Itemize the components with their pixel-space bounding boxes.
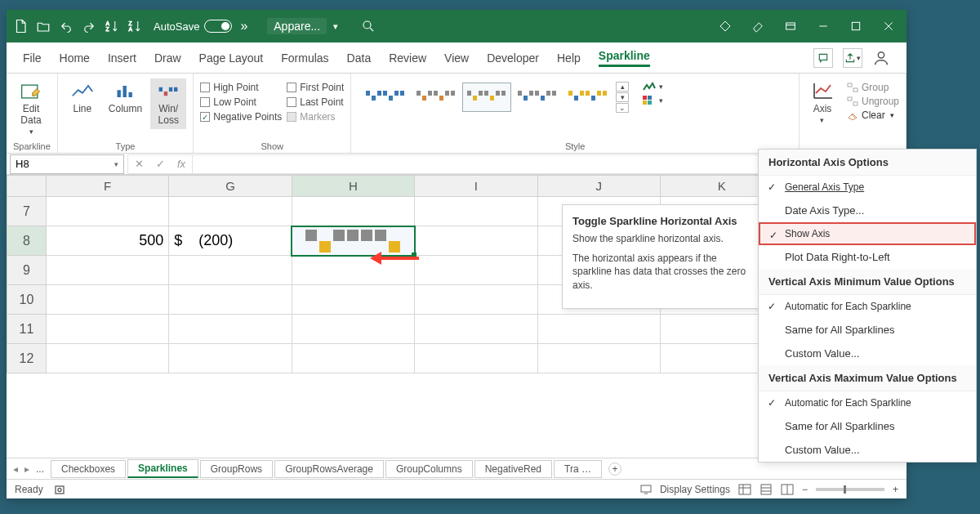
qat-more-icon[interactable]: » — [240, 19, 247, 34]
page-layout-view-icon[interactable] — [760, 484, 773, 495]
search-icon[interactable] — [361, 19, 376, 34]
column-type-button[interactable]: Column — [105, 78, 145, 118]
filename[interactable]: Appare... — [267, 18, 327, 34]
sheet-tab[interactable]: GroupRows — [200, 460, 273, 478]
first-point-checkbox[interactable]: First Point — [287, 82, 344, 93]
new-file-icon[interactable] — [13, 19, 28, 34]
sheet-tab[interactable]: GroupRowsAverage — [274, 460, 384, 478]
row-header-10[interactable]: 10 — [7, 285, 47, 315]
new-sheet-icon[interactable]: + — [608, 463, 621, 476]
show-axis-item[interactable]: Show Axis — [759, 222, 976, 245]
eraser-icon[interactable] — [751, 20, 764, 33]
display-settings-label[interactable]: Display Settings — [660, 484, 730, 495]
name-box[interactable]: H8▾ — [10, 154, 124, 174]
tab-help[interactable]: Help — [557, 51, 581, 65]
col-header-g[interactable]: G — [169, 176, 292, 197]
axis-button[interactable]: Axis▾ — [806, 78, 839, 127]
winloss-sparkline — [297, 226, 409, 255]
sort-asc-icon[interactable]: AZ — [105, 19, 119, 34]
max-auto-item[interactable]: Automatic for Each Sparkline — [759, 391, 976, 414]
svg-rect-56 — [853, 88, 858, 92]
col-header-f[interactable]: F — [46, 176, 168, 197]
toggle-on-icon[interactable] — [204, 20, 232, 33]
tab-insert[interactable]: Insert — [108, 51, 136, 65]
undo-icon[interactable] — [59, 19, 74, 34]
row-header-12[interactable]: 12 — [7, 344, 47, 373]
min-same-item[interactable]: Same for All Sparklines — [759, 318, 976, 342]
min-custom-item[interactable]: Custom Value... — [759, 342, 976, 365]
last-point-checkbox[interactable]: Last Point — [287, 96, 344, 108]
line-type-button[interactable]: Line — [65, 78, 100, 118]
svg-rect-62 — [739, 485, 751, 494]
col-header-i[interactable]: I — [415, 176, 537, 197]
sheet-next-icon[interactable]: ▸ — [24, 463, 29, 475]
row-header-7[interactable]: 7 — [7, 197, 47, 226]
col-header-h[interactable]: H — [292, 176, 414, 197]
minimize-icon[interactable] — [817, 20, 830, 33]
account-icon[interactable] — [872, 49, 890, 67]
zoom-in-button[interactable]: + — [893, 484, 898, 495]
max-custom-item[interactable]: Custom Value... — [759, 438, 976, 462]
ribbon-display-icon[interactable] — [784, 20, 797, 33]
display-settings-icon[interactable] — [640, 484, 652, 495]
sheet-tab[interactable]: Tra … — [554, 460, 602, 478]
sort-desc-icon[interactable]: ZA — [127, 19, 142, 34]
marker-color-button[interactable]: ▾ — [642, 95, 663, 106]
redo-icon[interactable] — [82, 19, 96, 34]
edit-data-button[interactable]: Edit Data ▾ — [13, 78, 49, 139]
gallery-down-icon[interactable]: ▾ — [616, 92, 629, 102]
tab-sparkline[interactable]: Sparkline — [599, 49, 650, 67]
comments-icon[interactable] — [813, 48, 833, 68]
autosave-toggle[interactable]: AutoSave — [154, 20, 232, 33]
tab-view[interactable]: View — [444, 51, 469, 65]
max-same-item[interactable]: Same for All Sparklines — [759, 414, 976, 438]
macro-recorder-icon[interactable] — [55, 484, 68, 495]
negative-points-checkbox[interactable]: ✓Negative Points — [200, 111, 282, 123]
sheet-prev-icon[interactable]: ◂ — [13, 463, 18, 475]
fx-icon[interactable]: fx — [171, 155, 192, 173]
col-header-j[interactable]: J — [537, 176, 660, 197]
sparkline-color-button[interactable]: ▾ — [642, 82, 663, 92]
winloss-type-button[interactable]: Win/ Loss — [150, 78, 186, 129]
maximize-icon[interactable] — [849, 20, 862, 33]
svg-rect-27 — [439, 96, 443, 101]
open-icon[interactable] — [36, 19, 51, 34]
tab-page-layout[interactable]: Page Layout — [199, 51, 264, 65]
close-icon[interactable] — [882, 20, 895, 33]
tab-data[interactable]: Data — [347, 51, 372, 65]
tab-home[interactable]: Home — [60, 51, 90, 65]
gallery-up-icon[interactable]: ▴ — [616, 82, 629, 92]
sheet-tab[interactable]: GroupColumns — [385, 460, 473, 478]
tab-developer[interactable]: Developer — [487, 51, 539, 65]
zoom-out-button[interactable]: − — [802, 484, 808, 495]
low-point-checkbox[interactable]: Low Point — [200, 96, 282, 108]
zoom-slider[interactable] — [816, 488, 884, 491]
tab-review[interactable]: Review — [389, 51, 426, 65]
style-gallery[interactable]: ▴▾⌄ — [358, 78, 632, 116]
diamond-icon[interactable] — [719, 20, 732, 33]
page-break-view-icon[interactable] — [781, 484, 794, 495]
high-point-checkbox[interactable]: High Point — [200, 82, 282, 93]
plot-rtl-item[interactable]: Plot Data Right-to-Left — [759, 245, 976, 269]
row-header-9[interactable]: 9 — [7, 256, 47, 285]
select-all-corner[interactable] — [7, 176, 47, 197]
cell-f8[interactable]: 500 — [46, 226, 168, 256]
date-axis-type-item[interactable]: Date Axis Type... — [759, 199, 976, 222]
row-header-8[interactable]: 8 — [7, 226, 47, 256]
min-auto-item[interactable]: Automatic for Each Sparkline — [759, 295, 976, 318]
axis-dropdown: Horizontal Axis Options General Axis Typ… — [758, 149, 977, 463]
tab-file[interactable]: File — [23, 51, 42, 65]
normal-view-icon[interactable] — [738, 484, 751, 495]
sheet-tab[interactable]: Sparklines — [127, 459, 198, 478]
tab-draw[interactable]: Draw — [154, 51, 181, 65]
share-icon[interactable]: ▾ — [843, 48, 862, 68]
tab-formulas[interactable]: Formulas — [281, 51, 328, 65]
cell-g8[interactable]: $ (200) — [169, 226, 292, 256]
row-header-11[interactable]: 11 — [7, 315, 47, 344]
sheet-tab[interactable]: Checkboxes — [51, 460, 126, 478]
sheet-tab[interactable]: NegativeRed — [474, 460, 552, 478]
gallery-more-icon[interactable]: ⌄ — [616, 103, 629, 113]
clear-button[interactable]: Clear▾ — [847, 110, 899, 121]
general-axis-type-item[interactable]: General Axis Type — [759, 176, 976, 199]
chevron-down-icon[interactable]: ▾ — [333, 21, 338, 32]
